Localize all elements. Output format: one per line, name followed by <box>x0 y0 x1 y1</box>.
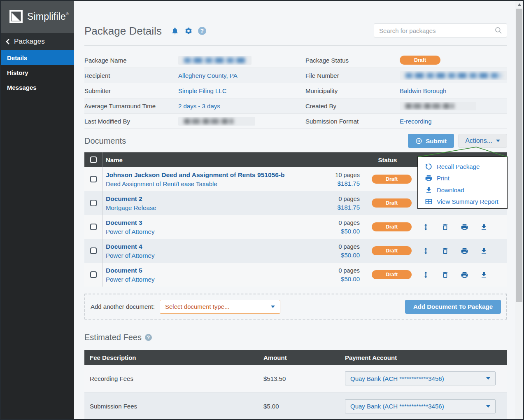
documents-toolbar: Documents Submit Actions... <box>84 134 507 148</box>
sidebar-item-history[interactable]: History <box>0 65 74 80</box>
page-header: Package Details ? <box>84 23 507 39</box>
created-by-value <box>400 102 507 110</box>
info-row: Recipient Allegheny County, PA File Numb… <box>84 68 507 83</box>
info-row: Submitter Simple Filing LLC Municipality… <box>84 83 507 98</box>
document-link[interactable]: Document 4 <box>106 243 317 250</box>
document-link[interactable]: Document 3 <box>106 219 317 226</box>
search-icon[interactable] <box>494 26 503 35</box>
page-count: 10 pages <box>317 172 360 178</box>
page-count: 0 pages <box>317 243 360 250</box>
document-link[interactable]: Document 5 <box>106 267 317 274</box>
submission-format-link[interactable]: E-recording <box>400 118 432 125</box>
column-header-name: Name <box>102 156 317 163</box>
fee-amount: $513.50 <box>263 375 345 382</box>
row-checkbox[interactable] <box>90 200 97 206</box>
search-box <box>374 23 507 37</box>
sidebar: Simplifile® Packages Details History Mes… <box>0 0 74 420</box>
recipient-link[interactable]: Allegheny County, PA <box>178 72 238 79</box>
row-checkbox[interactable] <box>90 224 97 230</box>
status-badge: Draft <box>372 175 412 184</box>
package-status-value: Draft <box>400 56 507 65</box>
column-header-status: Status <box>360 156 415 163</box>
chevron-down-icon <box>486 377 490 380</box>
bell-icon[interactable] <box>171 27 179 35</box>
submit-button[interactable]: Submit <box>408 134 454 148</box>
download-icon[interactable] <box>480 271 488 279</box>
actions-button[interactable]: Actions... <box>458 134 507 148</box>
row-checkbox[interactable] <box>90 271 97 278</box>
document-type-link[interactable]: Mortgage Release <box>106 204 317 211</box>
menu-item-label: Print <box>437 175 449 182</box>
actions-label: Actions... <box>465 137 492 145</box>
add-document-to-package-button[interactable]: Add Document To Package <box>405 300 501 314</box>
menu-item-label: Download <box>437 187 464 194</box>
row-checkbox[interactable] <box>90 176 97 182</box>
menu-item-recall-package[interactable]: Recall Package <box>425 162 507 171</box>
package-name-value <box>178 56 305 65</box>
help-icon[interactable]: ? <box>198 27 206 35</box>
reorder-icon[interactable] <box>422 247 430 255</box>
fees-help-icon[interactable]: ? <box>145 334 152 341</box>
gear-icon[interactable] <box>184 27 193 35</box>
trash-icon[interactable] <box>441 247 449 255</box>
trash-icon[interactable] <box>441 271 449 279</box>
sidebar-item-details[interactable]: Details <box>0 50 74 65</box>
scrollbar-thumb[interactable] <box>516 9 522 302</box>
sidebar-back-label: Packages <box>14 37 45 46</box>
recall-icon <box>425 163 433 170</box>
print-icon[interactable] <box>461 271 468 279</box>
documents-heading: Documents <box>84 136 408 146</box>
info-row: Average Turnaround Time 2 days - 3 days … <box>84 98 507 114</box>
payment-account-value: Quay Bank (ACH ************3456) <box>350 403 486 410</box>
reorder-icon[interactable] <box>422 223 430 231</box>
fees-table-header: Fee Description Amount Payment Account <box>84 350 507 365</box>
document-amount: $181.75 <box>317 180 360 187</box>
menu-item-download[interactable]: Download <box>425 185 507 194</box>
estimated-fees-section: Estimated Fees ? Fee Description Amount … <box>84 333 507 420</box>
file-number-value <box>400 71 507 80</box>
field-label: Average Turnaround Time <box>84 103 178 110</box>
menu-item-label: Recall Package <box>437 163 480 170</box>
scroll-up-icon <box>518 3 521 6</box>
submitter-link[interactable]: Simple Filing LLC <box>178 87 227 94</box>
document-type-select[interactable]: Select document type... <box>160 300 280 314</box>
fee-row: Recording Fees $513.50 Quay Bank (ACH **… <box>84 365 507 392</box>
fee-description: Recording Fees <box>90 375 263 382</box>
page-title: Package Details <box>84 25 162 37</box>
brand-name: Simplifile® <box>27 11 69 22</box>
download-icon <box>425 186 433 194</box>
download-icon[interactable] <box>480 247 488 255</box>
sidebar-back-packages[interactable]: Packages <box>0 33 74 50</box>
payment-account-select[interactable]: Quay Bank (ACH ************3456) <box>345 399 496 413</box>
row-checkbox[interactable] <box>90 247 97 254</box>
menu-item-print[interactable]: Print <box>425 174 507 183</box>
municipality-link[interactable]: Baldwin Borough <box>400 87 446 94</box>
fee-amount: $5.00 <box>263 403 345 410</box>
document-link[interactable]: Document 2 <box>106 195 317 203</box>
search-input[interactable] <box>378 27 494 35</box>
payment-account-select[interactable]: Quay Bank (ACH ************3456) <box>345 371 496 385</box>
field-label: File Number <box>305 72 400 79</box>
document-amount: $181.75 <box>317 204 360 211</box>
download-icon[interactable] <box>480 223 488 231</box>
document-type-link[interactable]: Power of Attorney <box>106 276 317 283</box>
trash-icon[interactable] <box>441 223 449 231</box>
scrollbar-up-button[interactable] <box>515 1 523 8</box>
field-label: Last Modified By <box>84 118 178 125</box>
fees-table: Fee Description Amount Payment Account R… <box>84 350 507 420</box>
document-link[interactable]: Johnson Jackson Deed and Assignment of R… <box>106 171 317 179</box>
trademark: ® <box>66 12 69 16</box>
info-row: Package Name Package Status Draft <box>84 53 507 68</box>
sidebar-item-messages[interactable]: Messages <box>0 80 74 95</box>
menu-item-view-summary-report[interactable]: View Summary Report <box>425 197 507 206</box>
document-type-link[interactable]: Power of Attorney <box>106 228 317 235</box>
column-header-payment-account: Payment Account <box>345 354 507 361</box>
document-type-link[interactable]: Deed Assignment of Rent/Lease Taxable <box>106 180 317 187</box>
print-icon[interactable] <box>461 223 468 231</box>
page-count: 0 pages <box>317 219 360 226</box>
document-type-link[interactable]: Power of Attorney <box>106 252 317 259</box>
reorder-icon[interactable] <box>422 271 430 279</box>
select-all-checkbox[interactable] <box>90 156 97 163</box>
print-icon[interactable] <box>461 247 468 255</box>
vertical-scrollbar[interactable] <box>515 1 523 419</box>
